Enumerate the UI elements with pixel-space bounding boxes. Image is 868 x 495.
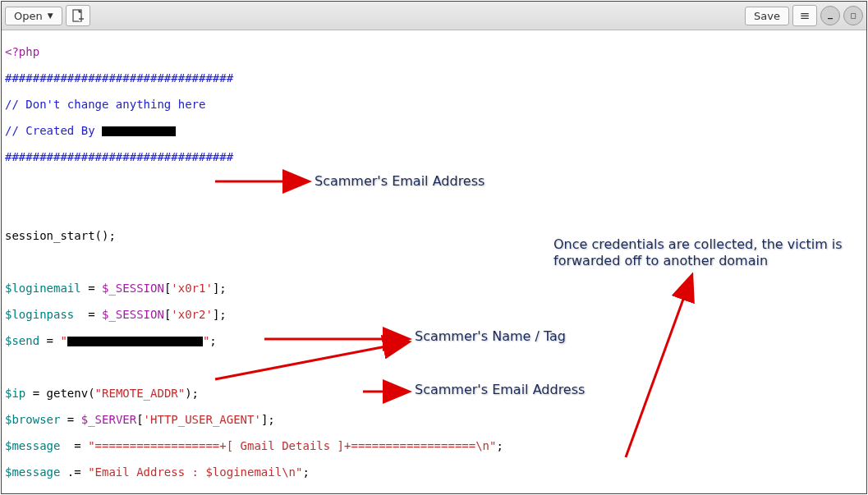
blank-line <box>5 176 863 190</box>
code-editor[interactable]: <?php ################################# … <box>2 30 866 493</box>
maximize-icon: ◻ <box>850 11 856 20</box>
save-button[interactable]: Save <box>745 7 789 25</box>
session-start-call: session_start(); <box>5 229 116 242</box>
censored-send-email <box>67 337 203 346</box>
minimize-icon: _ <box>828 7 833 19</box>
editor-window: Open ▼ Save ≡ _ ◻ <?php ################… <box>1 1 867 494</box>
save-label: Save <box>754 10 780 22</box>
menu-button[interactable]: ≡ <box>792 5 817 26</box>
new-document-button[interactable] <box>66 5 90 26</box>
comment-line: ################################# <box>5 150 233 163</box>
blank-line <box>5 255 863 268</box>
blank-line <box>5 203 863 216</box>
blank-line <box>5 360 863 374</box>
open-button[interactable]: Open ▼ <box>5 7 62 25</box>
php-open-tag: <?php <box>5 45 39 58</box>
comment-line: ################################# <box>5 71 233 85</box>
hamburger-icon: ≡ <box>800 10 811 22</box>
open-label: Open <box>14 10 43 22</box>
var: $loginemail <box>5 282 81 295</box>
maximize-button[interactable]: ◻ <box>843 6 863 25</box>
toolbar: Open ▼ Save ≡ _ ◻ <box>2 2 866 30</box>
new-document-icon <box>72 9 84 22</box>
minimize-button[interactable]: _ <box>820 6 840 25</box>
censored-author <box>102 126 176 136</box>
comment-line: // Don't change anything here <box>5 98 205 111</box>
comment-line: // Created By <box>5 124 102 137</box>
chevron-down-icon: ▼ <box>48 11 53 20</box>
